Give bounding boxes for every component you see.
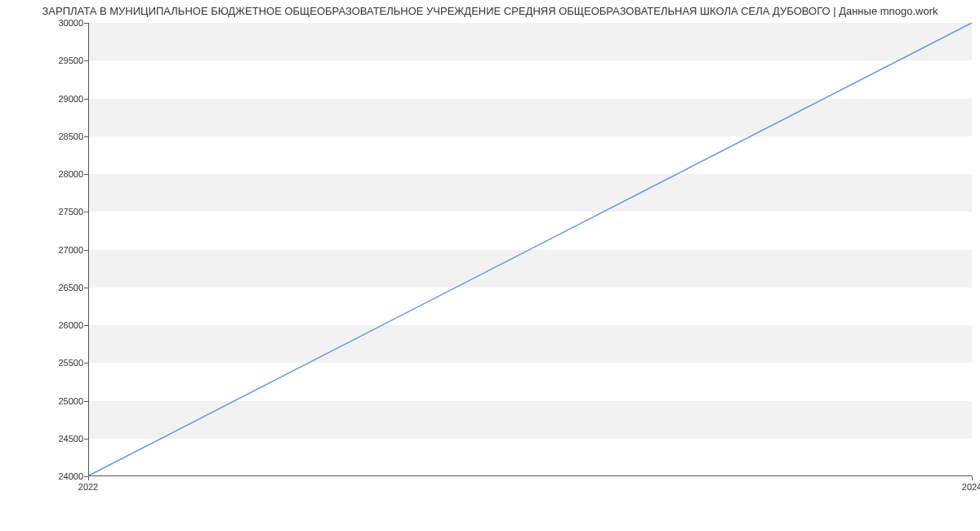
y-tick-mark — [84, 401, 88, 402]
y-tick-mark — [84, 439, 88, 440]
y-tick-label: 28500 — [42, 132, 83, 141]
y-tick-mark — [84, 23, 88, 24]
chart-title: ЗАРПЛАТА В МУНИЦИПАЛЬНОЕ БЮДЖЕТНОЕ ОБЩЕО… — [0, 0, 980, 20]
y-tick-mark — [84, 60, 88, 61]
y-tick-mark — [84, 325, 88, 326]
y-tick-label: 27500 — [42, 207, 83, 216]
line-chart-svg — [89, 23, 972, 475]
y-tick-mark — [84, 174, 88, 175]
chart-container: 2400024500250002550026000265002700027500… — [0, 23, 980, 497]
plot-area — [88, 23, 972, 476]
y-tick-label: 24000 — [42, 471, 83, 481]
y-tick-mark — [84, 363, 88, 364]
data-line — [89, 23, 972, 475]
x-tick-label: 2024 — [962, 482, 980, 492]
x-tick-mark — [972, 476, 973, 480]
y-tick-label: 25000 — [42, 396, 83, 406]
y-tick-label: 24500 — [42, 434, 83, 444]
y-tick-label: 28000 — [42, 169, 83, 179]
y-tick-label: 26000 — [42, 320, 83, 330]
y-tick-label: 29500 — [42, 56, 83, 65]
x-tick-mark — [88, 476, 89, 480]
y-tick-label: 27000 — [42, 245, 83, 255]
y-tick-mark — [84, 288, 88, 288]
y-tick-label: 30000 — [42, 18, 83, 28]
y-tick-label: 26500 — [42, 283, 83, 292]
y-tick-mark — [84, 136, 88, 137]
x-tick-label: 2022 — [78, 482, 98, 492]
y-tick-mark — [84, 250, 88, 251]
y-tick-label: 29000 — [42, 94, 83, 104]
y-tick-mark — [84, 212, 88, 212]
y-tick-mark — [84, 99, 88, 100]
y-tick-label: 25500 — [42, 358, 83, 368]
